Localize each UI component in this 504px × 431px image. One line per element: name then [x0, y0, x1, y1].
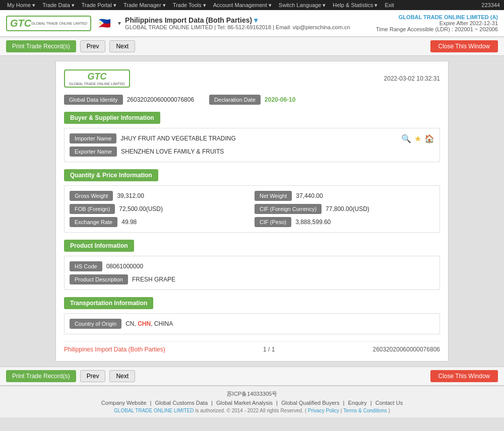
exchange-rate-field: Exchange Rate 49.98 [70, 217, 249, 227]
product-desc-row: Product Description FRESH GRAPE [70, 274, 434, 284]
country-origin-field: Country of Origin CN, CHN, CHINA [70, 319, 434, 329]
global-identity-field: Global Data Identity 2603202006000007680… [64, 95, 194, 105]
fob-label: FOB (Foreign) [70, 204, 115, 214]
footer-market[interactable]: Global Market Analysis [216, 400, 273, 406]
exchange-rate-value: 49.98 [121, 219, 249, 226]
title-dropdown[interactable]: ▾ [254, 16, 258, 24]
net-weight-value: 37,440.00 [296, 192, 434, 199]
logo-box: GTC GLOBAL TRADE ONLINE LIMITED [6, 16, 91, 31]
buyer-supplier-header: Buyer & Supplier Information [64, 112, 160, 124]
gross-weight-value: 39,312.00 [117, 192, 249, 199]
top-toolbar: Print Trade Record(s) Prev Next Close Th… [0, 37, 504, 56]
close-button-top[interactable]: Close This Window [430, 40, 498, 52]
cif-foreign-field: CIF (Foreign Currency) 77,800.00(USD) [255, 204, 434, 214]
nav-account[interactable]: Account Management ▾ [210, 2, 275, 9]
nav-tradetools[interactable]: Trade Tools ▾ [170, 2, 209, 9]
declaration-date-label: Declaration Date [209, 95, 261, 105]
exporter-row: Exporter Name SHENZHEN LOVE FAMILY & FRU… [70, 147, 434, 157]
exchange-rate-label: Exchange Rate [70, 217, 117, 227]
nav-trademanager[interactable]: Trade Manager ▾ [120, 2, 169, 9]
declaration-date-field: Declaration Date 2020-06-10 [209, 95, 295, 105]
footer-company[interactable]: Company Website [101, 400, 147, 406]
footer-links[interactable]: Company Website | Global Customs Data | … [6, 400, 498, 406]
logo-area: GTC GLOBAL TRADE ONLINE LIMITED 🇵🇭 ▾ [6, 16, 121, 31]
header-title-area: Philippines Import Data (Both Parties) ▾… [125, 16, 376, 30]
country-highlight: CHN [138, 320, 151, 327]
buyer-supplier-body: Importer Name JHUY FRUIT AND VEGETABLE T… [64, 128, 440, 162]
hs-code-row: HS Code 08061000000 [70, 261, 434, 271]
gross-weight-field: Gross Weight 39,312.00 [70, 191, 249, 201]
exporter-field: Exporter Name SHENZHEN LOVE FAMILY & FRU… [70, 147, 434, 157]
close-button-bottom[interactable]: Close This Window [430, 370, 498, 382]
product-header: Product Information [64, 240, 134, 252]
hs-code-field: HS Code 08061000000 [70, 261, 434, 271]
terms-link[interactable]: Terms & Conditions [343, 408, 387, 413]
card-logo-text: GTC [87, 71, 106, 82]
footer-link[interactable]: Philippines Import Data (Both Parties) [64, 346, 165, 353]
fob-value: 72,500.00(USD) [119, 205, 249, 212]
home-icon[interactable]: 🏠 [424, 134, 434, 143]
fob-cif-row: FOB (Foreign) 72,500.00(USD) CIF (Foreig… [70, 204, 434, 214]
transportation-section: Transportation Information Country of Or… [64, 297, 440, 334]
footer-record-id: 26032020060000076806 [373, 346, 440, 353]
nav-tradedata[interactable]: Trade Data ▾ [39, 2, 78, 9]
importer-field: Importer Name JHUY FRUIT AND VEGETABLE T… [70, 133, 396, 143]
card-header: GTC GLOBAL TRADE ONLINE LIMITED 2022-03-… [64, 69, 440, 88]
nav-language[interactable]: Switch Language ▾ [276, 2, 329, 9]
cif-peso-value: 3,888,599.60 [295, 219, 434, 226]
card-logo-sub: GLOBAL TRADE ONLINE LIMITED [69, 82, 125, 86]
nav-help[interactable]: Help & Statistics ▾ [330, 2, 381, 9]
country-origin-label: Country of Origin [70, 319, 121, 329]
card-logo: GTC GLOBAL TRADE ONLINE LIMITED [64, 69, 130, 88]
footer-contact[interactable]: Contact Us [375, 400, 403, 406]
weight-row: Gross Weight 39,312.00 Net Weight 37,440… [70, 191, 434, 201]
record-card: GTC GLOBAL TRADE ONLINE LIMITED 2022-03-… [55, 61, 449, 362]
next-button-top[interactable]: Next [109, 40, 135, 52]
action-icons: 🔍 ★ 🏠 [401, 134, 434, 143]
country-origin-row: Country of Origin CN, CHN, CHINA [70, 319, 434, 329]
cif-peso-label: CIF (Peso) [255, 217, 291, 227]
header-contact: GLOBAL TRADE ONLINE LIMITED | Tel: 86-51… [125, 24, 376, 30]
user-id: 223344 [481, 2, 500, 8]
footer-enquiry[interactable]: Enquiry [348, 400, 366, 406]
quantity-price-body: Gross Weight 39,312.00 Net Weight 37,440… [64, 185, 440, 233]
footer-buyers[interactable]: Global Qualified Buyers [281, 400, 340, 406]
nav-exit[interactable]: Exit [382, 2, 397, 8]
print-button-top[interactable]: Print Trade Record(s) [6, 40, 76, 52]
account-name: GLOBAL TRADE ONLINE LIMITED (A) [376, 14, 498, 20]
gross-weight-label: Gross Weight [70, 191, 113, 201]
prev-button-bottom[interactable]: Prev [80, 370, 106, 382]
transportation-header: Transportation Information [64, 297, 153, 309]
bottom-toolbar: Print Trade Record(s) Prev Next Close Th… [0, 367, 504, 386]
print-button-bottom[interactable]: Print Trade Record(s) [6, 370, 76, 382]
page-footer: 苏ICP备14033305号 Company Website | Global … [0, 386, 504, 417]
search-icon[interactable]: 🔍 [401, 134, 411, 143]
importer-value: JHUY FRUIT AND VEGETABLE TRADING [120, 135, 396, 142]
header-account: GLOBAL TRADE ONLINE LIMITED (A) Expire A… [376, 14, 498, 32]
footer-customs[interactable]: Global Customs Data [155, 400, 208, 406]
country-origin-value: CN, CHN, CHINA [125, 320, 434, 327]
product-body: HS Code 08061000000 Product Description … [64, 256, 440, 290]
flag-dropdown[interactable]: ▾ [118, 20, 121, 27]
privacy-policy-link[interactable]: Privacy Policy [308, 408, 339, 413]
nav-tradeportal[interactable]: Trade Portal ▾ [79, 2, 119, 9]
prev-button-top[interactable]: Prev [80, 40, 106, 52]
quantity-price-section: Quantity & Price Information Gross Weigh… [64, 169, 440, 233]
next-button-bottom[interactable]: Next [109, 370, 135, 382]
flag-icon: 🇵🇭 [98, 17, 111, 29]
main-content: GTC GLOBAL TRADE ONLINE LIMITED 2022-03-… [0, 56, 504, 367]
cif-foreign-value: 77,800.00(USD) [326, 205, 434, 212]
star-icon[interactable]: ★ [414, 134, 421, 143]
quantity-price-header: Quantity & Price Information [64, 169, 158, 181]
top-bar: My Home ▾ Trade Data ▾ Trade Portal ▾ Tr… [0, 0, 504, 10]
net-weight-field: Net Weight 37,440.00 [255, 191, 434, 201]
footer-page: 1 / 1 [263, 346, 275, 353]
top-nav[interactable]: My Home ▾ Trade Data ▾ Trade Portal ▾ Tr… [4, 2, 397, 9]
logo-text: GTC [10, 18, 31, 29]
product-section: Product Information HS Code 08061000000 … [64, 240, 440, 290]
global-identity-label: Global Data Identity [64, 95, 123, 105]
product-desc-label: Product Description [70, 274, 128, 284]
icp-text: 苏ICP备14033305号 [6, 390, 498, 398]
nav-myhome[interactable]: My Home ▾ [4, 2, 38, 9]
card-datetime: 2022-03-02 10:32:31 [384, 75, 440, 82]
